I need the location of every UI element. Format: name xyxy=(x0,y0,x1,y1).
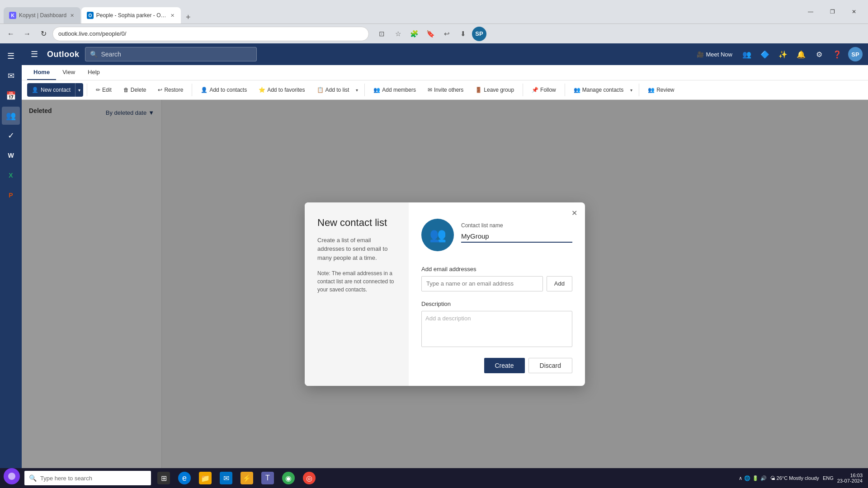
nav-hamburger-icon[interactable]: ☰ xyxy=(2,47,20,65)
search-icon: 🔍 xyxy=(90,51,98,58)
add-email-button[interactable]: Add xyxy=(547,276,572,291)
restore-icon: ↩ xyxy=(158,87,162,93)
nav-word-icon[interactable]: W xyxy=(2,146,20,164)
add-to-list-icon: 📋 xyxy=(317,87,324,93)
nav-excel-icon[interactable]: X xyxy=(2,166,20,184)
bing-icon-button[interactable]: 🔷 xyxy=(758,47,772,61)
nav-calendar-icon[interactable]: 📅 xyxy=(2,87,20,105)
create-button[interactable]: Create xyxy=(484,358,525,373)
notifications-bell-button[interactable]: 🔔 xyxy=(794,47,808,61)
taskbar-chrome1[interactable]: ◉ xyxy=(278,468,298,488)
extension2-icon[interactable]: 🔖 xyxy=(423,27,438,41)
tab-kopyst[interactable]: K Kopyst | Dashboard ✕ xyxy=(4,7,80,23)
nav-powerpoint-icon[interactable]: P xyxy=(2,186,20,204)
taskbar-date: 23-07-2024 xyxy=(837,478,863,483)
weather-text: 26°C Mostly cloudy xyxy=(777,475,819,481)
modal-close-button[interactable]: ✕ xyxy=(568,207,580,220)
browser-profile-button[interactable]: SP xyxy=(472,27,486,41)
up-arrow-icon: ∧ xyxy=(739,475,742,481)
invite-others-button[interactable]: ✉ Invite others xyxy=(423,84,468,96)
nav-mail-icon[interactable]: ✉ xyxy=(2,67,20,85)
invite-others-label: Invite others xyxy=(434,87,463,93)
add-to-contacts-button[interactable]: 👤 Add to contacts xyxy=(196,84,252,96)
back-button[interactable]: ← xyxy=(4,27,18,41)
taskbar-chrome2[interactable]: ◎ xyxy=(299,468,319,488)
bookmark-icon[interactable]: ☆ xyxy=(391,27,405,41)
leave-group-button[interactable]: 🚪 Leave group xyxy=(470,84,519,96)
minimize-button[interactable]: — xyxy=(800,5,821,19)
ribbon-divider-4 xyxy=(523,84,523,96)
add-to-list-dropdown[interactable]: ▾ xyxy=(354,85,360,95)
meet-now-button[interactable]: 🎥 Meet Now xyxy=(693,47,736,61)
ribbon-tab-view[interactable]: View xyxy=(56,65,81,80)
chrome2-icon: ◎ xyxy=(303,472,316,484)
nav-people-icon[interactable]: 👥 xyxy=(2,107,20,125)
copilot-icon-button[interactable]: ✨ xyxy=(776,47,790,61)
settings-gear-button[interactable]: ⚙ xyxy=(812,47,826,61)
email-row: Add xyxy=(421,276,572,291)
help-question-button[interactable]: ❓ xyxy=(830,47,844,61)
add-members-label: Add members xyxy=(382,87,416,93)
restore-button[interactable]: ↩ Restore xyxy=(153,84,188,96)
ribbon-divider-1 xyxy=(87,84,87,96)
edit-icon: ✏ xyxy=(96,87,100,93)
extension1-icon[interactable]: 🧩 xyxy=(407,27,421,41)
new-contact-main-button[interactable]: 👤 New contact xyxy=(27,83,75,97)
user-profile-button[interactable]: SP xyxy=(848,47,863,61)
address-bar[interactable] xyxy=(52,27,369,41)
outlook-search-box[interactable]: 🔍 Search xyxy=(85,47,257,61)
topbar-hamburger-button[interactable]: ☰ xyxy=(27,47,42,61)
review-icon: 👥 xyxy=(648,87,655,93)
ribbon-tab-help[interactable]: Help xyxy=(81,65,106,80)
purple-orb-inner xyxy=(8,473,15,480)
ribbon-tab-home[interactable]: Home xyxy=(27,65,56,80)
nav-tasks-icon[interactable]: ✓ xyxy=(2,127,20,145)
teams-icon-button[interactable]: 👥 xyxy=(740,47,754,61)
follow-button[interactable]: 📌 Follow xyxy=(527,84,561,96)
ribbon: Home View Help 👤 New contact ▾ ✏ Edit xyxy=(22,65,868,100)
weather-icon: 🌤 xyxy=(770,475,775,481)
taskbar-task-view[interactable]: ⊞ xyxy=(154,468,174,488)
email-address-input[interactable] xyxy=(421,276,543,291)
delete-button[interactable]: 🗑 Delete xyxy=(118,84,151,96)
purple-orb-button[interactable] xyxy=(4,468,20,484)
manage-contacts-button[interactable]: 👥 Manage contacts xyxy=(569,84,628,95)
taskbar-app1[interactable]: ⚡ xyxy=(237,468,257,488)
edit-button[interactable]: ✏ Edit xyxy=(91,84,117,96)
explorer-icon: 📁 xyxy=(199,472,212,484)
tab-close-kopyst[interactable]: ✕ xyxy=(69,12,75,19)
taskbar-clock: 16:03 23-07-2024 xyxy=(837,473,863,483)
add-to-list-button[interactable]: 📋 Add to list xyxy=(312,84,354,95)
add-to-favorites-button[interactable]: ⭐ Add to favorites xyxy=(254,84,310,96)
add-email-label: Add email addresses xyxy=(421,266,572,272)
taskbar-teams[interactable]: T xyxy=(258,468,278,488)
contact-list-name-input[interactable] xyxy=(461,230,572,243)
add-members-button[interactable]: 👥 Add members xyxy=(368,84,421,96)
taskbar-explorer[interactable]: 📁 xyxy=(195,468,215,488)
tab-close-outlook[interactable]: ✕ xyxy=(170,12,175,19)
maximize-button[interactable]: ❐ xyxy=(822,5,843,19)
taskbar-mail[interactable]: ✉ xyxy=(216,468,236,488)
modal-overlay[interactable]: New contact list Create a list of email … xyxy=(22,100,868,488)
close-button[interactable]: ✕ xyxy=(844,5,864,19)
history-back-icon[interactable]: ↩ xyxy=(439,27,454,41)
forward-button[interactable]: → xyxy=(20,27,34,41)
review-button[interactable]: 👥 Review xyxy=(643,84,679,96)
new-tab-button[interactable]: + xyxy=(182,11,194,23)
tab-outlook[interactable]: O People - Sophia parker - Outlo... ✕ xyxy=(81,7,181,23)
edit-label: Edit xyxy=(102,87,112,93)
app1-icon: ⚡ xyxy=(241,472,253,484)
task-view-icon: ⊞ xyxy=(157,472,170,484)
new-contact-dropdown-button[interactable]: ▾ xyxy=(75,83,83,97)
screen-cast-icon[interactable]: ⊡ xyxy=(374,27,389,41)
taskbar-weather: 🌤 26°C Mostly cloudy xyxy=(770,475,819,481)
modal-note: Note: The email addresses in a contact l… xyxy=(317,269,396,294)
discard-button[interactable]: Discard xyxy=(528,358,572,373)
taskbar-search-box[interactable]: 🔍 Type here to search xyxy=(24,471,151,485)
refresh-button[interactable]: ↻ xyxy=(36,27,51,41)
manage-contacts-dropdown[interactable]: ▾ xyxy=(628,85,635,95)
description-textarea[interactable] xyxy=(421,311,572,347)
group-avatar: 👥 xyxy=(421,219,454,251)
taskbar-edge[interactable]: e xyxy=(175,468,194,488)
downloads-icon[interactable]: ⬇ xyxy=(456,27,470,41)
